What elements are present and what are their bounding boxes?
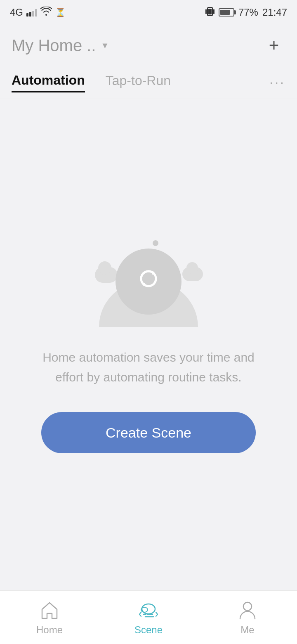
cloud-right — [182, 267, 203, 281]
scene-nav-label: Scene — [134, 624, 163, 636]
loop-icon — [134, 266, 163, 297]
main-content: Home automation saves your time and effo… — [0, 99, 297, 590]
dropdown-arrow-icon: ▼ — [101, 41, 109, 50]
vibrate-icon — [205, 7, 214, 19]
svg-rect-1 — [208, 9, 212, 14]
tab-row: Automation Tap-to-Run ··· — [0, 66, 297, 99]
home-nav-icon — [39, 599, 60, 621]
tab-tap-to-run[interactable]: Tap-to-Run — [106, 73, 171, 92]
battery-icon — [219, 8, 234, 17]
hourglass-icon: ⏳ — [55, 7, 66, 17]
home-title: My Home .. — [12, 36, 96, 55]
status-right: 77% 21:47 — [205, 7, 287, 19]
empty-state-description: Home automation saves your time and effo… — [33, 348, 264, 387]
add-icon: + — [269, 37, 279, 54]
svg-point-9 — [243, 602, 252, 611]
battery-percent: 77% — [238, 7, 258, 18]
wifi-icon — [40, 7, 52, 18]
nav-item-me[interactable]: Me — [206, 599, 289, 636]
create-scene-button[interactable]: Create Scene — [41, 412, 256, 453]
home-title-row[interactable]: My Home .. ▼ — [12, 36, 109, 55]
me-nav-icon — [237, 599, 258, 621]
scene-nav-icon — [138, 599, 159, 621]
me-nav-label: Me — [240, 624, 254, 636]
main-circle — [116, 249, 182, 315]
bottom-nav: Home Scene Me — [0, 590, 297, 644]
empty-illustration — [91, 236, 206, 327]
nav-item-scene[interactable]: Scene — [107, 599, 190, 636]
status-left: 4G ⏳ — [10, 7, 66, 18]
tab-automation[interactable]: Automation — [12, 73, 85, 92]
create-scene-label: Create Scene — [106, 425, 191, 441]
svg-rect-3 — [213, 9, 214, 14]
cloud-left — [95, 267, 118, 283]
tab-more-button[interactable]: ··· — [269, 75, 285, 90]
svg-rect-2 — [205, 9, 207, 14]
signal-label: 4G — [10, 7, 23, 18]
add-button[interactable]: + — [262, 34, 285, 57]
header: My Home .. ▼ + — [0, 25, 297, 66]
home-nav-label: Home — [36, 624, 63, 636]
status-bar: 4G ⏳ 77% 21: — [0, 0, 297, 25]
signal-bars-icon — [26, 8, 37, 17]
dot-top — [153, 240, 158, 246]
nav-item-home[interactable]: Home — [8, 599, 91, 636]
time-display: 21:47 — [262, 7, 287, 18]
